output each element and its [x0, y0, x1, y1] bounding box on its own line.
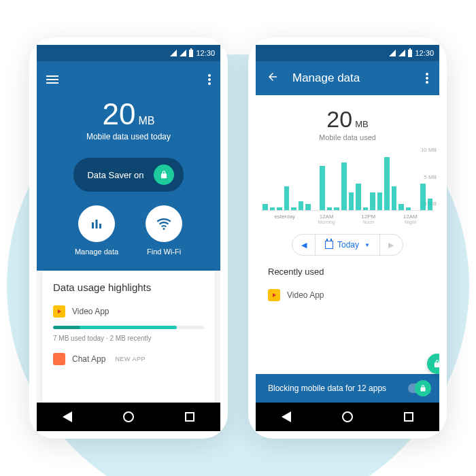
svg-rect-2 [99, 224, 101, 228]
blocking-banner: Blocking mobile data for 12 apps [256, 374, 439, 403]
blocking-toggle[interactable] [408, 384, 430, 393]
list-item[interactable]: Chat App NEW APP [53, 350, 204, 368]
page-title: Manage data [292, 71, 360, 85]
signal-icon [389, 50, 396, 56]
usage-subtitle: Mobile data used today [46, 132, 211, 141]
list-item[interactable]: Video App [53, 303, 204, 320]
date-selector-row: ◀ Today ▼ ▶ [256, 224, 439, 267]
chart-bar [384, 157, 390, 210]
chart-bar [363, 207, 369, 210]
list-item[interactable]: Video App [268, 286, 427, 304]
status-bar: 12:30 [37, 45, 220, 61]
new-app-chip: NEW APP [115, 356, 146, 362]
battery-icon [189, 50, 193, 57]
calendar-icon [325, 241, 333, 249]
x-tick: 12AM [403, 214, 418, 220]
chart-bar [349, 192, 354, 210]
manage-data-body: 20MB Mobile data used 10 MB 5 MB 0 MB es… [256, 95, 439, 403]
usage-subtitle: Mobile data used [256, 133, 439, 141]
date-label: Today [337, 240, 359, 250]
app-name-label: Video App [287, 290, 324, 300]
usage-number: 20MB [46, 99, 211, 129]
usage-bar [53, 326, 204, 329]
menu-icon[interactable] [46, 73, 58, 86]
svg-rect-1 [96, 220, 98, 228]
chart-bar [270, 207, 275, 210]
android-nav-bar [256, 403, 439, 431]
phone-2-screen: 12:30 Manage data 20MB Mobile data used [256, 45, 439, 431]
blocking-label: Blocking mobile data for 12 apps [268, 384, 386, 393]
back-nav-icon[interactable] [63, 411, 72, 422]
recents-nav-icon[interactable] [404, 412, 413, 422]
recents-nav-icon[interactable] [185, 412, 194, 422]
overflow-menu-icon[interactable] [208, 73, 211, 86]
video-app-icon [268, 289, 280, 301]
chart-bar [398, 204, 404, 210]
chart-bar [291, 207, 296, 210]
usage-value: 20 [326, 106, 352, 132]
chart-bar [305, 204, 311, 210]
home-header: 20MB Mobile data used today Data Saver o… [37, 61, 220, 271]
manage-data-header: Manage data [256, 61, 439, 95]
usage-summary: 20MB Mobile data used [256, 95, 439, 144]
chevron-right-icon[interactable]: ▶ [379, 235, 403, 255]
back-arrow-icon[interactable] [267, 71, 279, 86]
x-tick: 12AM [320, 214, 334, 220]
toggle-knob [415, 380, 431, 396]
chart-bars-icon [78, 205, 115, 242]
android-nav-bar [37, 403, 220, 431]
status-bar: 12:30 [256, 45, 439, 61]
battery-icon [408, 50, 412, 57]
usage-summary: 20MB Mobile data used today [46, 90, 211, 154]
signal-icon-2 [398, 50, 405, 56]
overflow-menu-icon[interactable] [426, 71, 428, 85]
usage-unit: MB [138, 115, 154, 126]
svg-rect-0 [92, 222, 94, 228]
x-tick: esterday [274, 214, 295, 220]
chat-app-icon [53, 353, 65, 365]
highlights-title: Data usage highlights [53, 282, 204, 293]
chart-bar [277, 207, 282, 210]
status-time: 12:30 [196, 49, 215, 57]
chart-bar [334, 207, 339, 210]
chart-bar [428, 199, 433, 210]
manage-data-button[interactable]: Manage data [75, 205, 118, 256]
top-bar [46, 69, 211, 90]
date-selector: ◀ Today ▼ ▶ [292, 234, 403, 256]
find-wifi-button[interactable]: Find Wi-Fi [146, 205, 182, 256]
find-wifi-label: Find Wi-Fi [146, 248, 182, 256]
lock-icon [154, 165, 174, 185]
phone-mockups-container: 12:30 20MB Mobile data used today [0, 0, 476, 476]
video-app-icon [53, 305, 65, 318]
usage-unit: MB [355, 119, 369, 129]
chart-bar [299, 201, 304, 210]
recent-title: Recently used [268, 267, 427, 277]
usage-number: 20MB [256, 107, 439, 131]
saver-label: Data Saver on [87, 170, 143, 180]
recently-used-section: Recently used Video App [256, 267, 439, 304]
data-saver-toggle[interactable]: Data Saver on [73, 158, 183, 192]
app-name-label: Chat App [72, 354, 105, 364]
usage-value: 20 [103, 97, 136, 131]
signal-icon-2 [180, 50, 186, 56]
phone-1-screen: 12:30 20MB Mobile data used today [37, 45, 220, 431]
chart-bar [377, 192, 383, 210]
date-dropdown[interactable]: Today ▼ [316, 240, 379, 250]
home-nav-icon[interactable] [123, 411, 134, 422]
chart-x-axis: esterday 12AMMorning 12PMNoon 12AMNight [261, 211, 434, 224]
home-nav-icon[interactable] [342, 411, 353, 422]
wifi-icon [146, 205, 182, 242]
chart-bar [341, 163, 347, 210]
phone-1-frame: 12:30 20MB Mobile data used today [29, 37, 228, 439]
x-tick: 12PM [361, 214, 375, 220]
phone-2-frame: 12:30 Manage data 20MB Mobile data used [248, 37, 447, 439]
chart-bar [320, 166, 325, 210]
chevron-left-icon[interactable]: ◀ [292, 235, 316, 255]
manage-data-label: Manage data [75, 248, 118, 256]
app-name-label: Video App [72, 307, 109, 316]
svg-point-3 [163, 228, 165, 230]
lock-icon [427, 354, 439, 374]
back-nav-icon[interactable] [282, 411, 291, 422]
chart-bar [420, 184, 426, 210]
status-time: 12:30 [415, 49, 434, 57]
